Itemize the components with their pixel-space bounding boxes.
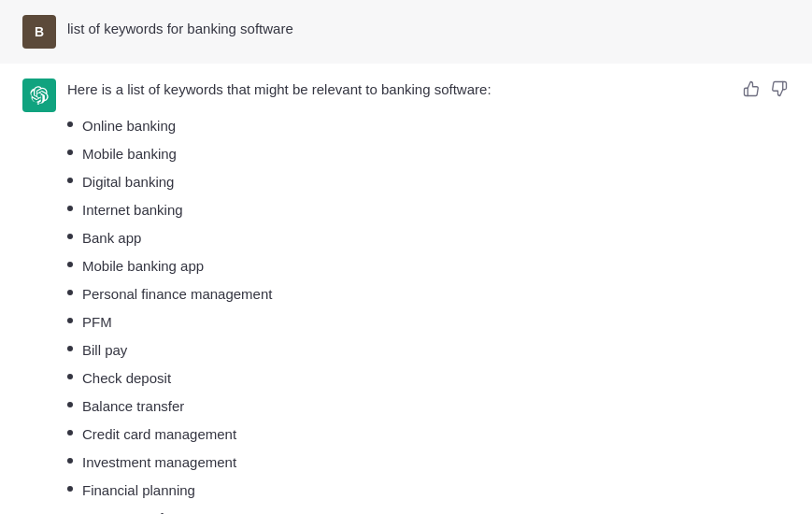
keyword-text: Mobile banking [82,143,177,165]
bullet-icon [67,206,73,211]
list-item: Personal finance management [67,280,790,308]
keyword-text: Personal finance management [82,283,272,306]
list-item: Digital banking [67,168,790,196]
bullet-icon [67,234,73,239]
chatgpt-logo-icon [30,86,49,105]
bullet-icon [67,318,73,323]
keyword-text: Internet banking [82,199,183,221]
keyword-text: Mobile banking app [82,255,204,278]
list-item: Bill pay [67,336,790,364]
bullet-icon [67,346,73,351]
bullet-icon [67,374,73,379]
keyword-text: Bill pay [82,339,127,362]
keyword-text: Credit card management [82,423,236,446]
list-item: Investment management [67,449,790,477]
user-avatar: B [22,15,56,49]
bullet-icon [67,150,73,155]
bullet-icon [67,262,73,267]
list-item: Mobile banking app [67,252,790,280]
assistant-content: Here is a list of keywords that might be… [67,79,790,514]
keywords-list: Online bankingMobile bankingDigital bank… [67,112,790,514]
keyword-text: Money transfer [82,507,176,514]
keyword-text: Online banking [82,115,176,137]
list-item: Balance transfer [67,393,790,421]
bullet-icon [67,430,73,435]
keyword-text: Check deposit [82,367,171,390]
list-item: Credit card management [67,421,790,449]
assistant-message: Here is a list of keywords that might be… [0,64,812,514]
keyword-text: Digital banking [82,171,174,193]
assistant-intro: Here is a list of keywords that might be… [67,79,790,101]
bullet-icon [67,290,73,295]
list-item: PFM [67,308,790,336]
bullet-icon [67,121,73,127]
bullet-icon [67,402,73,407]
keyword-text: Balance transfer [82,395,184,418]
keyword-text: Investment management [82,451,236,474]
user-message: B list of keywords for banking software [0,0,812,64]
keyword-text: Bank app [82,227,141,250]
thumbs-down-button[interactable] [769,79,790,99]
user-message-text: list of keywords for banking software [67,15,293,36]
keyword-text: Financial planning [82,479,195,502]
bullet-icon [67,458,73,464]
keyword-text: PFM [82,311,112,334]
feedback-buttons [741,79,790,99]
thumbs-down-icon [771,80,788,97]
bullet-icon [67,486,73,492]
list-item: Mobile banking [67,140,790,168]
avatar-letter: B [35,24,44,39]
list-item: Money transfer [67,505,790,514]
list-item: Online banking [67,112,790,140]
thumbs-up-button[interactable] [741,79,762,99]
bullet-icon [67,178,73,183]
list-item: Check deposit [67,364,790,393]
assistant-avatar [22,79,56,112]
thumbs-up-icon [743,80,760,97]
list-item: Financial planning [67,477,790,505]
list-item: Internet banking [67,196,790,224]
list-item: Bank app [67,224,790,252]
